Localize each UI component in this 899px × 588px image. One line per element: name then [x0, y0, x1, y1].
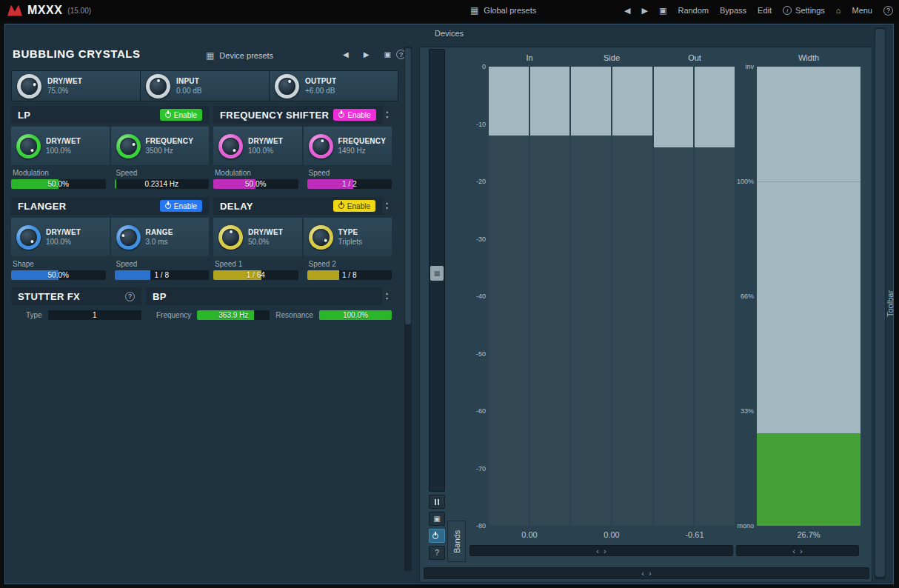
scroll-left-icon[interactable]: ‹ [641, 569, 644, 578]
meter-power-button[interactable] [429, 529, 445, 543]
meter-readout-side: 0.00 [571, 530, 652, 539]
type-slider[interactable]: 1 [48, 310, 141, 320]
meter-horizontal-scrollbar[interactable]: ‹ › [469, 545, 733, 556]
stutter-help-icon[interactable]: ? [125, 292, 135, 301]
home-icon[interactable]: ⌂ [836, 6, 841, 15]
settings-button[interactable]: i Settings [783, 6, 825, 15]
app-version: (15.00) [67, 7, 91, 15]
flanger-enable-button[interactable]: Enable [160, 200, 202, 212]
power-icon [165, 203, 171, 209]
scrollbar-thumb[interactable] [405, 48, 411, 324]
pause-icon [435, 499, 439, 505]
module-spinner[interactable]: ▴▾ [382, 197, 392, 215]
device-presets-button[interactable]: ▦ Device presets [206, 50, 273, 61]
knob-label: INPUT [176, 76, 201, 86]
knob-label: TYPE [338, 227, 362, 237]
lp-enable-button[interactable]: Enable [160, 109, 202, 121]
scroll-right-icon[interactable]: › [604, 547, 606, 555]
slider-value: 1 / 2 [307, 179, 392, 189]
frequency-knob[interactable] [309, 134, 333, 158]
delay-enable-button[interactable]: Enable [333, 200, 375, 212]
device-next-button[interactable]: ▶ [364, 50, 370, 59]
speed-slider[interactable]: Speed 1 / 2 [307, 167, 392, 189]
knob-value: 1490 Hz [338, 146, 387, 156]
random-button[interactable]: Random [678, 6, 709, 15]
frequency-slider[interactable]: 363.9 Hz [197, 310, 270, 320]
flanger-dry-wet-cell: DRY/WET 100.0% [11, 218, 110, 256]
device-presets-label: Device presets [219, 51, 273, 60]
master-input-cell: INPUT 0.00 dB [141, 71, 269, 101]
bypass-button[interactable]: Bypass [720, 6, 746, 15]
dry-wet-knob[interactable] [16, 134, 41, 158]
master-controls: DRY/WET 75.0% INPUT 0.00 dB OUTPUT +6.00… [11, 70, 398, 101]
slider-value: 363.9 Hz [197, 310, 270, 320]
tab-toolbar[interactable]: Toolbar [885, 280, 895, 327]
scroll-right-icon[interactable]: › [800, 547, 803, 555]
slider-handle[interactable]: ▦ [430, 266, 444, 281]
speed-slider[interactable]: Speed 0.2314 Hz [115, 167, 210, 189]
knob-pointer [146, 74, 170, 98]
master-dry-wet-cell: DRY/WET 75.0% [12, 71, 140, 101]
dry-wet-knob[interactable] [218, 225, 243, 250]
meter-bar [654, 67, 694, 526]
knob-value: 75.0% [47, 86, 82, 96]
frequency-shifter-enable-button[interactable]: Enable [333, 109, 375, 121]
speed-1-slider[interactable]: Speed 1 1 / 64 [213, 258, 298, 280]
resonance-slider[interactable]: 100.0% [319, 310, 392, 320]
dry-wet-knob[interactable] [17, 74, 41, 98]
fs-frequency-cell: FREQUENCY 1490 Hz [304, 127, 392, 165]
dry-wet-knob[interactable] [16, 225, 41, 250]
knob-value: Triplets [338, 237, 362, 247]
meter-bar [489, 67, 529, 526]
pause-button[interactable] [429, 495, 445, 509]
device-panel-scrollbar[interactable] [404, 47, 412, 571]
width-horizontal-scrollbar[interactable]: ‹ › [736, 545, 859, 556]
input-knob[interactable] [146, 74, 170, 98]
knob-pointer [11, 220, 46, 255]
device-screenshot-icon[interactable]: ▣ [384, 50, 390, 59]
power-icon [165, 112, 171, 118]
help-icon[interactable]: ? [883, 6, 893, 16]
knob-value: 3.0 ms [146, 237, 173, 247]
grid-icon: ▦ [206, 50, 214, 61]
range-knob[interactable] [116, 225, 141, 250]
knob-pointer [271, 70, 304, 102]
dry-wet-knob[interactable] [218, 134, 243, 158]
device-prev-button[interactable]: ◀ [343, 50, 349, 59]
tab-devices[interactable]: Devices [5, 29, 893, 38]
scroll-right-icon[interactable]: › [649, 569, 652, 578]
detach-window-button[interactable]: ▣ [429, 512, 445, 526]
speed-slider[interactable]: Speed 1 / 8 [115, 258, 210, 280]
scrollbar-thumb[interactable] [875, 29, 885, 577]
knob-label: DRY/WET [46, 227, 81, 237]
global-presets-button[interactable]: ▦ Global presets [470, 0, 536, 21]
tab-bands[interactable]: Bands [447, 521, 466, 562]
module-header: FLANGER Enable [11, 197, 209, 215]
meter-zoom-slider[interactable]: ▦ [429, 49, 445, 492]
meter-help-button[interactable]: ? [429, 546, 445, 560]
scroll-left-icon[interactable]: ‹ [792, 547, 795, 555]
module-spinner[interactable]: ▴▾ [382, 287, 392, 305]
vertical-scrollbar[interactable] [875, 27, 886, 579]
module-bp: BP ▴▾ Frequency 363.9 Hz Resonance 100.0… [146, 287, 392, 320]
frequency-knob[interactable] [116, 134, 141, 158]
meter-readout-in: 0.00 [489, 530, 570, 539]
info-icon: i [783, 6, 792, 15]
screenshot-icon[interactable]: ▣ [659, 6, 666, 16]
speed-2-slider[interactable]: Speed 2 1 / 8 [307, 258, 392, 280]
edit-button[interactable]: Edit [758, 6, 772, 15]
slider-value: 50.0% [11, 179, 106, 189]
panel-horizontal-scrollbar[interactable]: ‹ › [424, 567, 869, 579]
scroll-left-icon[interactable]: ‹ [596, 547, 599, 555]
shape-slider[interactable]: Shape 50.0% [11, 258, 106, 280]
module-title: STUTTER FX [18, 291, 121, 302]
next-preset-button[interactable]: ▶ [642, 6, 648, 16]
type-knob[interactable] [309, 225, 333, 250]
module-spinner[interactable]: ▴▾ [383, 106, 392, 124]
previous-preset-button[interactable]: ◀ [624, 6, 630, 16]
output-knob[interactable] [275, 74, 299, 98]
menu-button[interactable]: Menu [852, 6, 872, 15]
modulation-slider[interactable]: Modulation 50.0% [213, 167, 298, 189]
window-icon: ▣ [433, 515, 440, 523]
modulation-slider[interactable]: Modulation 50.0% [11, 167, 106, 189]
